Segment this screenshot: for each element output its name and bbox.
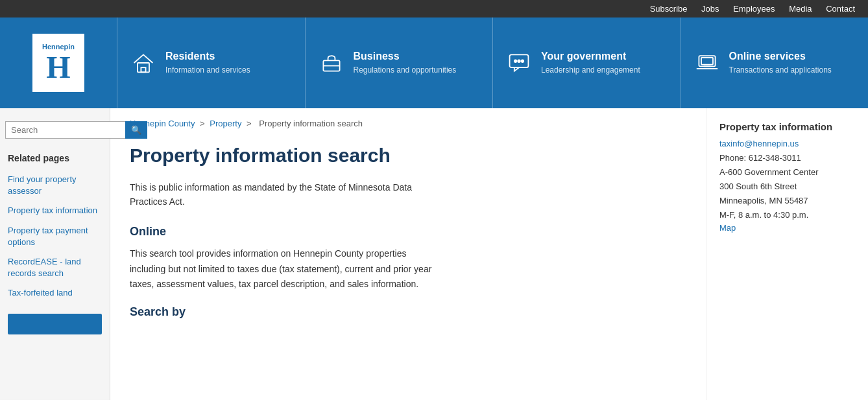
nav-business-title: Business <box>354 51 457 62</box>
online-heading: Online <box>130 225 686 239</box>
nav-business-text: Business Regulations and opportunities <box>354 51 457 76</box>
breadcrumb-current: Property information search <box>259 119 363 128</box>
media-link[interactable]: Media <box>789 4 812 14</box>
nav-government-text: Your government Leadership and engagemen… <box>541 51 640 76</box>
nav-residents-title: Residents <box>165 51 250 62</box>
svg-point-5 <box>514 60 517 63</box>
top-bar: Subscribe Jobs Employees Media Contact <box>0 0 868 18</box>
contact-link-top[interactable]: Contact <box>826 4 855 14</box>
svg-point-6 <box>518 60 520 63</box>
nav-online-services[interactable]: Online services Transactions and applica… <box>681 18 869 108</box>
contact-email[interactable]: taxinfo@hennepin.us <box>719 139 855 148</box>
contact-address-1: A-600 Government Center <box>719 165 855 180</box>
page-title: Property information search <box>130 144 686 167</box>
jobs-link[interactable]: Jobs <box>701 4 719 14</box>
svg-rect-1 <box>141 67 145 72</box>
search-bar: 🔍 <box>5 121 104 139</box>
contact-address-2: 300 South 6th Street <box>719 180 855 194</box>
sidebar-blue-button[interactable] <box>8 314 102 334</box>
nav-residents[interactable]: Residents Information and services <box>117 18 305 108</box>
contact-title: Property tax information <box>719 121 855 132</box>
search-input[interactable] <box>5 121 125 139</box>
right-sidebar: Property tax information taxinfo@hennepi… <box>706 108 868 400</box>
nav-online-services-title: Online services <box>729 51 832 62</box>
contact-hours: M-F, 8 a.m. to 4:30 p.m. <box>719 208 855 222</box>
nav-residents-subtitle: Information and services <box>165 65 250 76</box>
sidebar-link-1[interactable]: Property tax information <box>0 201 110 220</box>
nav-government-title: Your government <box>541 51 640 62</box>
breadcrumb-sep-1: > <box>200 119 207 128</box>
contact-phone: Phone: 612-348-3011 <box>719 151 855 165</box>
breadcrumb-sep-2: > <box>247 119 254 128</box>
breadcrumb-property[interactable]: Property <box>210 119 241 128</box>
content-wrapper: 🔍 Related pages Find your property asses… <box>0 108 868 400</box>
breadcrumb-home[interactable]: Hennepin County <box>130 119 195 128</box>
sidebar: 🔍 Related pages Find your property asses… <box>0 108 110 400</box>
nav-business[interactable]: Business Regulations and opportunities <box>305 18 493 108</box>
employees-link[interactable]: Employees <box>733 4 775 14</box>
sidebar-link-2[interactable]: Property tax payment options <box>0 221 110 252</box>
logo-letter: H <box>46 52 70 83</box>
home-icon <box>130 51 156 75</box>
nav-business-subtitle: Regulations and opportunities <box>354 65 457 76</box>
intro-text: This is public information as mandated b… <box>130 180 441 209</box>
sidebar-link-4[interactable]: Tax-forfeited land <box>0 283 110 303</box>
related-pages-title: Related pages <box>0 149 110 170</box>
svg-rect-9 <box>701 58 713 65</box>
main-content: Hennepin County > Property > Property in… <box>110 108 706 400</box>
sidebar-link-0[interactable]: Find your property assessor <box>0 170 110 201</box>
breadcrumb: Hennepin County > Property > Property in… <box>130 108 686 144</box>
chat-icon <box>506 51 532 75</box>
contact-map-link[interactable]: Map <box>719 223 736 233</box>
subscribe-link[interactable]: Subscribe <box>650 4 688 14</box>
svg-point-7 <box>522 60 524 63</box>
logo-box: Hennepin H <box>32 34 84 92</box>
search-by-heading: Search by <box>130 305 686 319</box>
nav-government-subtitle: Leadership and engagement <box>541 65 640 76</box>
contact-address-3: Minneapolis, MN 55487 <box>719 194 855 208</box>
online-text: This search tool provides information on… <box>130 246 441 292</box>
logo-area: Hennepin H <box>0 18 117 108</box>
briefcase-icon <box>319 51 344 75</box>
header: Hennepin H Residents Information and ser… <box>0 18 868 108</box>
sidebar-link-3[interactable]: RecordEASE - land records search <box>0 252 110 283</box>
laptop-icon <box>694 51 720 75</box>
nav-residents-text: Residents Information and services <box>165 51 250 76</box>
nav-online-services-text: Online services Transactions and applica… <box>729 51 832 76</box>
nav-items: Residents Information and services Busin… <box>117 18 868 108</box>
nav-online-services-subtitle: Transactions and applications <box>729 65 832 76</box>
nav-government[interactable]: Your government Leadership and engagemen… <box>492 18 681 108</box>
